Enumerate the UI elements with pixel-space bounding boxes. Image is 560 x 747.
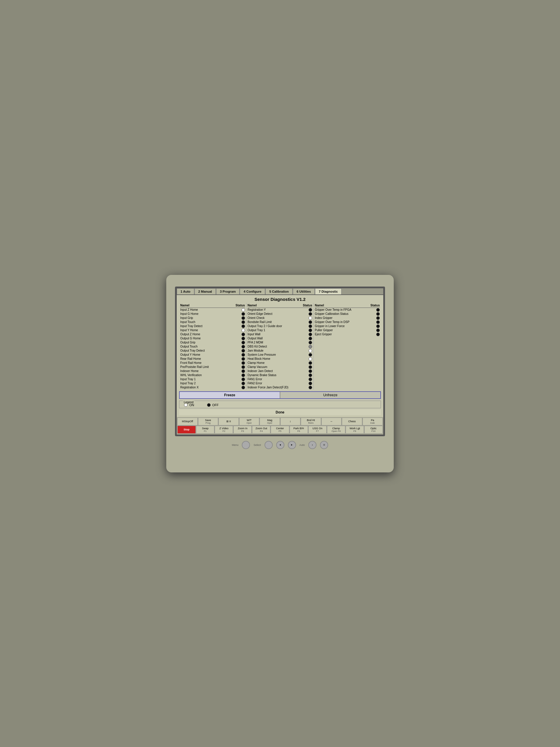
bottom-btn-row1-4[interactable]: MagOper — [260, 417, 280, 426]
sensor-indicator-c1-9 — [309, 345, 312, 349]
bottom-btn-row1-5[interactable]: ↕ — [280, 417, 301, 426]
sensor-indicator-c1-1 — [309, 312, 312, 316]
sensor-row-c0-13: Front Rail Home — [180, 361, 245, 365]
col-header-3: Namel Status — [315, 303, 380, 308]
auto-label: Auto — [299, 443, 305, 446]
sensor-row-c0-3: Input Touch — [180, 320, 245, 324]
sensor-indicator-c0-1 — [241, 312, 245, 316]
bottom-btn-row1-9[interactable]: PaInde — [363, 417, 383, 426]
sensor-name-c0-2: Input Grip — [180, 316, 240, 319]
sensor-indicator-c0-14 — [241, 365, 245, 369]
bottom-btn-row1-3[interactable]: W/TOper — [239, 417, 260, 426]
sensor-row-c1-12: Heat Block Home — [248, 357, 312, 361]
sensor-indicator-c1-6 — [309, 333, 312, 336]
left-button[interactable]: ◄ — [276, 441, 284, 449]
sensor-indicator-c0-3 — [241, 320, 245, 324]
sensor-name-c1-11: System Low Pressure — [248, 353, 308, 356]
sensor-name-c0-9: Output Touch — [180, 345, 240, 348]
col-header-2: Namel Status — [248, 303, 312, 308]
sensor-row-c0-4: Input Tray Detect — [180, 324, 245, 328]
sensor-name-c0-4: Input Tray Detect — [180, 325, 240, 328]
sensor-row-c0-14: Pre/Postsite Rail Limit — [180, 365, 245, 369]
sensor-name-c0-13: Front Rail Home — [180, 361, 240, 364]
sensor-indicator-c0-5 — [241, 329, 245, 332]
sensor-name-c0-17: Input Tray 1 — [180, 378, 240, 381]
col3-sensors: Gripper Over Temp in FPGAGripper Calibra… — [315, 308, 380, 336]
bottom-btn-row1-8[interactable]: Chess — [342, 417, 362, 426]
sensor-name-c1-6: Input Wall — [248, 333, 308, 336]
sensor-name-c1-12: Heat Block Home — [248, 357, 308, 360]
sensor-name-c0-15: Indexer Home — [180, 369, 240, 372]
sensor-indicator-c2-1 — [376, 312, 380, 316]
tab-3[interactable]: 4 Configure — [240, 288, 265, 294]
sensor-name-c0-7: Output G Home — [180, 337, 240, 340]
col3-header-status: Status — [370, 304, 380, 307]
bottom-btn-row2-9[interactable]: Work LgtF9 — [346, 426, 364, 434]
bottom-btn-row2-3[interactable]: Zoom InF3 — [233, 426, 252, 434]
sensor-indicator-c1-13 — [309, 361, 312, 365]
sensor-row-c0-0: Input Z Home — [180, 308, 245, 312]
sensor-indicator-c1-15 — [309, 369, 312, 373]
bottom-btn-row2-8[interactable]: ClampOpen F8 — [327, 426, 345, 434]
bottom-btn-row1-0[interactable]: MStopOff — [177, 417, 198, 426]
tab-6[interactable]: 7 Diagnostic — [315, 288, 342, 294]
sensor-row-c1-18: FAN2 Error — [248, 381, 312, 385]
sensor-indicator-c0-0 — [241, 308, 245, 312]
bottom-btn-row2-5[interactable]: CenterF5 — [271, 426, 289, 434]
bottom-btn-row2-7[interactable]: USG OnF7 — [308, 426, 327, 434]
sensor-row-c0-18: Input Tray 2 — [180, 381, 245, 385]
bottom-btn-row1-6[interactable]: Bnd HtRelm — [301, 417, 321, 426]
sensor-indicator-c2-3 — [376, 320, 380, 324]
select-button[interactable] — [265, 441, 273, 449]
sensor-name-c0-6: Output Z Home — [180, 333, 240, 336]
tab-4[interactable]: 5 Calibration — [265, 288, 293, 294]
tab-2[interactable]: 3 Program — [216, 288, 239, 294]
sensor-indicator-c2-0 — [376, 308, 380, 312]
bottom-btn-row2-1[interactable]: SwapF1 — [196, 426, 214, 434]
sensor-indicator-c0-7 — [241, 337, 245, 340]
bottom-btn-row2-10[interactable]: OpticF10 — [364, 426, 383, 434]
menu-button[interactable] — [242, 441, 250, 449]
freeze-bar: Freeze Unfreeze — [179, 391, 381, 399]
bottom-bar: MStopOffSaveProg⊞ IIW/TOperMagOper↕Bnd H… — [177, 417, 383, 435]
right-button[interactable]: ► — [288, 441, 296, 449]
done-bar[interactable]: Done — [179, 409, 381, 415]
power-button[interactable]: ⊙ — [320, 441, 328, 449]
sensor-name-c1-17: FAN1 Error — [248, 378, 308, 381]
bottom-btn-row1-7[interactable]: ↔ — [321, 417, 342, 426]
sensor-name-c0-19: Registration X — [180, 386, 240, 389]
bottom-btn-row2-4[interactable]: Zoom OutF4 — [252, 426, 270, 434]
bottom-btn-row1-2[interactable]: ⊞ II — [218, 417, 239, 426]
freeze-button[interactable]: Freeze — [180, 392, 280, 398]
tab-1[interactable]: 2 Manual — [194, 288, 216, 294]
sensor-indicator-c1-18 — [309, 382, 312, 385]
menu-label: Menu — [232, 443, 239, 446]
bottom-btn-row1-1[interactable]: SaveProg — [198, 417, 218, 426]
sensors-grid: Namel Status Input Z HomeInput G HomeInp… — [179, 303, 381, 390]
unfreeze-button[interactable]: Unfreeze — [280, 392, 380, 398]
bottom-btn-row2-2[interactable]: Z VideoF2 — [215, 426, 233, 434]
legend-off-label: OFF — [212, 403, 219, 407]
auto-button[interactable]: • — [308, 441, 317, 449]
bottom-btn-row2-6[interactable]: Park B/HF6 — [290, 426, 308, 434]
sensor-name-c1-3: Bondsite Rail Limit — [248, 320, 308, 324]
col1-header-name: Namel — [180, 304, 190, 307]
sensor-name-c1-7: Output Wall — [248, 337, 308, 340]
sensor-indicator-c0-18 — [241, 382, 245, 385]
sensor-col-3: Namel Status Gripper Over Temp in FPGAGr… — [314, 303, 381, 390]
sensor-col-2: Namel Status Registration YOrient Edge D… — [246, 303, 314, 390]
stop-button[interactable]: Stop — [177, 426, 196, 434]
sensor-indicator-c0-2 — [241, 316, 245, 320]
sensor-name-c2-0: Gripper Over Temp in FPGA — [315, 308, 375, 311]
sensor-row-c2-5: Puller Gripper — [315, 328, 380, 332]
col1-sensors: Input Z HomeInput G HomeInput GripInput … — [180, 308, 245, 390]
sensor-row-c2-1: Gripper Calibration Status — [315, 312, 380, 316]
sensor-row-c2-6: Eject Gripper — [315, 332, 380, 336]
tab-5[interactable]: 6 Utilities — [293, 288, 315, 294]
sensor-col-1: Namel Status Input Z HomeInput G HomeInp… — [179, 303, 246, 390]
sensor-name-c2-5: Puller Gripper — [315, 329, 375, 332]
sensor-indicator-c2-6 — [376, 333, 380, 336]
sensor-row-c1-2: Orient Check — [248, 316, 312, 320]
tab-0[interactable]: 1 Auto — [177, 288, 194, 294]
sensor-indicator-c1-2 — [309, 316, 312, 320]
